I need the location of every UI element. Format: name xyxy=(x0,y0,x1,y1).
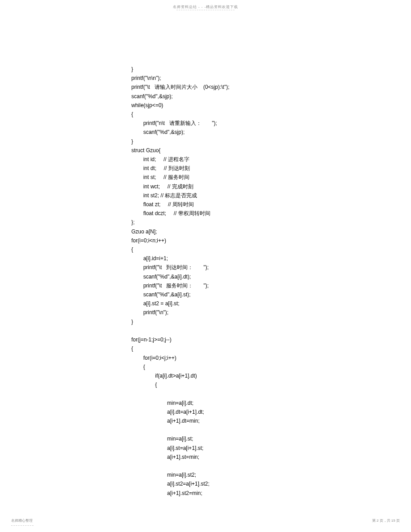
header-underline xyxy=(176,10,235,10)
code-content: } printf("\n\n"); printf("\t 请输入时间片大小 (0… xyxy=(131,65,230,498)
footer-right: 第 2 页，共 15 页 xyxy=(372,518,400,523)
page-header: 名师资料总结 - - -精品资料欢迎下载 xyxy=(0,4,411,9)
footer-left-underline xyxy=(11,525,34,526)
footer-left: 名师精心整理 xyxy=(11,518,33,523)
